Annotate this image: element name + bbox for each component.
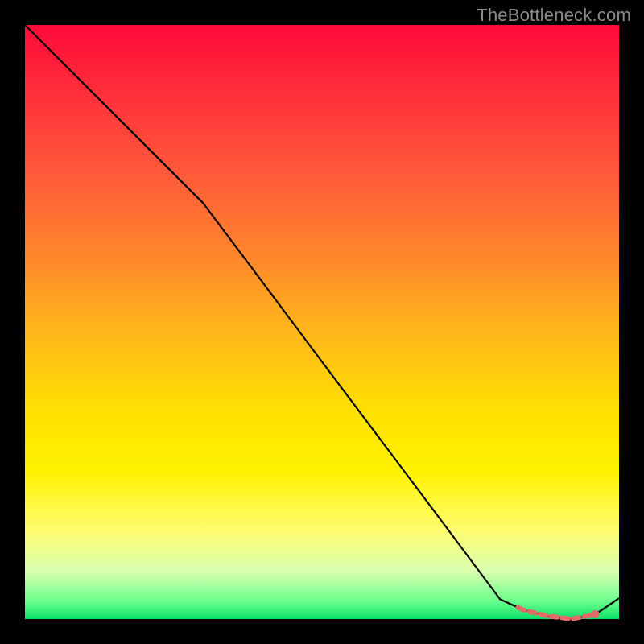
chart-overlay xyxy=(25,25,619,619)
curve-line xyxy=(25,25,619,619)
outer-frame: TheBottleneck.com xyxy=(0,0,644,644)
highlight-dashes xyxy=(518,608,591,619)
highlight-dot xyxy=(592,610,600,618)
watermark-text: TheBottleneck.com xyxy=(477,5,631,26)
